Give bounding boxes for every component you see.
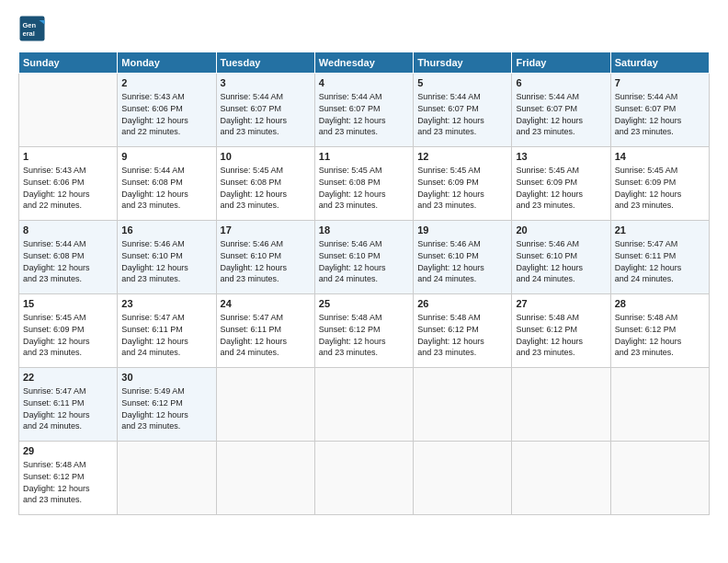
sunset-label: Sunset: 6:06 PM <box>23 178 85 187</box>
calendar-cell: 5Sunrise: 5:44 AMSunset: 6:07 PMDaylight… <box>414 74 512 147</box>
calendar-cell: 18Sunrise: 5:46 AMSunset: 6:10 PMDayligh… <box>314 221 413 294</box>
calendar-cell <box>216 442 314 515</box>
daylight-minutes: and 23 minutes. <box>417 348 476 357</box>
calendar-cell <box>314 442 413 515</box>
sunset-label: Sunset: 6:08 PM <box>23 251 85 260</box>
calendar-cell: 11Sunrise: 5:45 AMSunset: 6:08 PMDayligh… <box>314 147 413 221</box>
daylight-minutes: and 23 minutes. <box>319 127 378 136</box>
daylight-minutes: and 23 minutes. <box>615 348 674 357</box>
calendar-cell <box>512 368 610 442</box>
calendar-cell: 7Sunrise: 5:44 AMSunset: 6:07 PMDaylight… <box>610 74 709 147</box>
sunset-label: Sunset: 6:08 PM <box>221 178 282 187</box>
sunrise-label: Sunrise: 5:47 AM <box>121 313 185 322</box>
day-number: 13 <box>516 150 606 164</box>
daylight-minutes: and 23 minutes. <box>23 274 82 283</box>
daylight-label: Daylight: 12 hours <box>319 190 386 199</box>
day-number: 8 <box>23 224 113 237</box>
daylight-minutes: and 24 minutes. <box>319 274 378 283</box>
sunset-label: Sunset: 6:10 PM <box>221 251 282 260</box>
daylight-label: Daylight: 12 hours <box>615 190 682 199</box>
calendar-cell <box>414 368 512 442</box>
calendar-cell: 16Sunrise: 5:46 AMSunset: 6:10 PMDayligh… <box>118 221 216 294</box>
sunrise-label: Sunrise: 5:45 AM <box>516 166 579 175</box>
sunset-label: Sunset: 6:12 PM <box>319 325 381 334</box>
sunrise-label: Sunrise: 5:46 AM <box>319 239 382 248</box>
calendar-cell: 9Sunrise: 5:44 AMSunset: 6:08 PMDaylight… <box>118 147 216 221</box>
sunrise-label: Sunrise: 5:44 AM <box>23 239 86 248</box>
calendar-cell: 20Sunrise: 5:46 AMSunset: 6:10 PMDayligh… <box>512 221 610 294</box>
daylight-minutes: and 23 minutes. <box>615 127 674 136</box>
sunrise-label: Sunrise: 5:48 AM <box>516 313 579 322</box>
sunrise-label: Sunrise: 5:44 AM <box>615 92 678 101</box>
sunrise-label: Sunrise: 5:44 AM <box>221 92 284 101</box>
sunset-label: Sunset: 6:08 PM <box>319 178 381 187</box>
sunset-label: Sunset: 6:09 PM <box>417 178 479 187</box>
calendar-cell: 28Sunrise: 5:48 AMSunset: 6:12 PMDayligh… <box>610 294 709 368</box>
sunrise-label: Sunrise: 5:46 AM <box>121 239 185 248</box>
sunset-label: Sunset: 6:11 PM <box>23 398 85 408</box>
sunset-label: Sunset: 6:09 PM <box>23 325 85 334</box>
sunset-label: Sunset: 6:12 PM <box>417 325 479 334</box>
day-number: 22 <box>23 371 113 385</box>
sunset-label: Sunset: 6:12 PM <box>121 398 183 408</box>
calendar-cell: 29Sunrise: 5:48 AMSunset: 6:12 PMDayligh… <box>19 442 118 515</box>
day-number: 26 <box>417 297 507 311</box>
calendar-cell: 23Sunrise: 5:47 AMSunset: 6:11 PMDayligh… <box>118 294 216 368</box>
sunrise-label: Sunrise: 5:44 AM <box>319 92 382 101</box>
sunrise-label: Sunrise: 5:48 AM <box>615 313 678 322</box>
daylight-minutes: and 23 minutes. <box>221 127 279 136</box>
sunset-label: Sunset: 6:07 PM <box>319 104 381 113</box>
day-header-wednesday: Wednesday <box>314 52 413 74</box>
sunset-label: Sunset: 6:10 PM <box>417 251 479 260</box>
day-header-friday: Friday <box>512 52 610 74</box>
daylight-label: Daylight: 12 hours <box>417 263 484 272</box>
daylight-minutes: and 23 minutes. <box>417 127 476 136</box>
calendar-cell: 13Sunrise: 5:45 AMSunset: 6:09 PMDayligh… <box>512 147 610 221</box>
day-number: 2 <box>121 76 211 90</box>
daylight-label: Daylight: 12 hours <box>319 337 386 346</box>
day-number: 24 <box>221 297 311 311</box>
day-number: 5 <box>417 76 507 90</box>
day-number: 23 <box>121 297 211 311</box>
daylight-label: Daylight: 12 hours <box>121 116 188 125</box>
daylight-minutes: and 23 minutes. <box>221 201 279 210</box>
logo: Gen eral <box>18 15 50 42</box>
calendar-cell: 22Sunrise: 5:47 AMSunset: 6:11 PMDayligh… <box>19 368 118 442</box>
sunset-label: Sunset: 6:11 PM <box>615 251 677 260</box>
sunrise-label: Sunrise: 5:46 AM <box>417 239 481 248</box>
daylight-label: Daylight: 12 hours <box>417 190 484 199</box>
sunrise-label: Sunrise: 5:45 AM <box>23 313 86 322</box>
day-number: 20 <box>516 224 606 237</box>
daylight-label: Daylight: 12 hours <box>121 337 188 346</box>
sunset-label: Sunset: 6:11 PM <box>121 325 183 334</box>
sunset-label: Sunset: 6:08 PM <box>121 178 183 187</box>
header: Gen eral <box>18 15 710 42</box>
sunset-label: Sunset: 6:12 PM <box>615 325 677 334</box>
daylight-minutes: and 23 minutes. <box>121 421 180 431</box>
sunrise-label: Sunrise: 5:47 AM <box>23 386 86 396</box>
daylight-minutes: and 24 minutes. <box>615 274 674 283</box>
calendar-week-1: 1Sunrise: 5:43 AMSunset: 6:06 PMDaylight… <box>19 147 710 221</box>
calendar-cell: 14Sunrise: 5:45 AMSunset: 6:09 PMDayligh… <box>610 147 709 221</box>
day-number: 29 <box>23 444 113 458</box>
sunset-label: Sunset: 6:10 PM <box>121 251 183 260</box>
sunrise-label: Sunrise: 5:45 AM <box>417 166 481 175</box>
sunrise-label: Sunrise: 5:49 AM <box>121 386 185 396</box>
calendar-week-4: 22Sunrise: 5:47 AMSunset: 6:11 PMDayligh… <box>19 368 710 442</box>
sunset-label: Sunset: 6:07 PM <box>417 104 479 113</box>
calendar-cell: 1Sunrise: 5:43 AMSunset: 6:06 PMDaylight… <box>19 147 118 221</box>
daylight-label: Daylight: 12 hours <box>23 410 90 419</box>
svg-text:Gen: Gen <box>23 21 37 29</box>
daylight-minutes: and 24 minutes. <box>516 274 574 283</box>
daylight-minutes: and 23 minutes. <box>221 274 279 283</box>
daylight-minutes: and 23 minutes. <box>23 495 82 504</box>
sunset-label: Sunset: 6:10 PM <box>516 251 577 260</box>
sunrise-label: Sunrise: 5:46 AM <box>516 239 579 248</box>
day-number: 10 <box>221 150 311 164</box>
daylight-minutes: and 22 minutes. <box>121 127 180 136</box>
daylight-minutes: and 23 minutes. <box>121 274 180 283</box>
day-number: 6 <box>516 76 606 90</box>
sunrise-label: Sunrise: 5:45 AM <box>615 166 678 175</box>
daylight-label: Daylight: 12 hours <box>516 263 583 272</box>
calendar-cell: 17Sunrise: 5:46 AMSunset: 6:10 PMDayligh… <box>216 221 314 294</box>
